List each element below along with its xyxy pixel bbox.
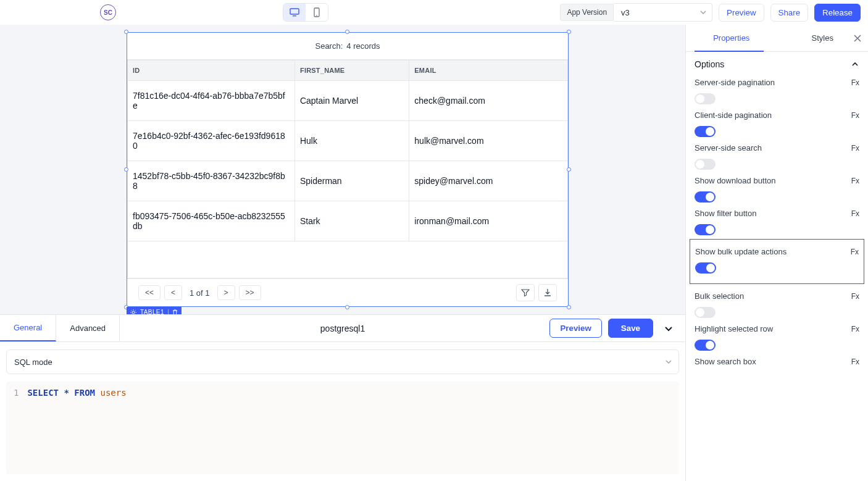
toggle-show-filter[interactable]	[695, 224, 716, 235]
toggle-server-search[interactable]	[695, 159, 716, 170]
tab-general[interactable]: General	[0, 315, 56, 341]
release-button[interactable]: Release	[814, 4, 861, 22]
prop-show-search: Show search box Fx	[686, 352, 868, 367]
table-empty-row	[128, 241, 568, 278]
toggle-bulk-selection[interactable]	[695, 307, 716, 318]
toggle-client-pagination[interactable]	[695, 126, 716, 137]
page-next-button[interactable]: >	[217, 285, 235, 300]
prop-show-filter: Show filter button Fx	[686, 204, 868, 236]
data-table: ID FIRST_NAME EMAIL 7f81c16e-dc04-4f64-a…	[127, 60, 568, 278]
prop-server-pagination: Server-side pagination Fx	[686, 73, 868, 106]
cell-id: fb093475-7506-465c-b50e-acb8232555db	[128, 201, 295, 241]
page-prev-button[interactable]: <	[164, 285, 182, 300]
preview-button[interactable]: Preview	[719, 4, 764, 22]
cell-first-name: Stark	[294, 201, 409, 241]
prop-show-bulk-update: Show bulk update actions Fx	[695, 242, 859, 275]
fx-button[interactable]: Fx	[851, 111, 859, 120]
toggle-highlight-row[interactable]	[695, 340, 716, 351]
record-count: 4 records	[346, 41, 380, 51]
table-widget-wrapper: Search: 4 records ID FIRST_NAME EMAIL	[127, 32, 569, 307]
chevron-up-icon	[851, 60, 859, 69]
prop-label: Highlight selected row	[695, 324, 773, 333]
prop-label: Client-side pagination	[695, 111, 772, 120]
resize-handle[interactable]	[345, 305, 349, 309]
fx-button[interactable]: Fx	[851, 292, 859, 301]
table-widget[interactable]: Search: 4 records ID FIRST_NAME EMAIL	[127, 32, 569, 307]
version-value: v3	[621, 8, 630, 17]
resize-handle[interactable]	[124, 30, 128, 34]
page-last-button[interactable]: >>	[239, 285, 261, 300]
table-row[interactable]: fb093475-7506-465c-b50e-acb8232555db Sta…	[128, 201, 568, 241]
sql-mode-select[interactable]: SQL mode	[6, 349, 679, 374]
resize-handle[interactable]	[124, 167, 128, 172]
query-preview-button[interactable]: Preview	[549, 319, 601, 338]
tab-properties[interactable]: Properties	[686, 33, 777, 43]
prop-server-search: Server-side search Fx	[686, 138, 868, 171]
mode-value: SQL mode	[14, 358, 52, 367]
cell-email: spidey@marvel.com	[409, 161, 568, 201]
sql-identifier: users	[100, 388, 126, 398]
prop-label: Show bulk update actions	[695, 247, 787, 256]
fx-button[interactable]: Fx	[851, 78, 859, 87]
prop-label: Server-side pagination	[695, 78, 775, 87]
table-row[interactable]: 7e16b4c0-92bf-4362-afec-6e193fd96180 Hul…	[128, 121, 568, 161]
prop-client-pagination: Client-side pagination Fx	[686, 106, 868, 138]
resize-handle[interactable]	[345, 30, 349, 34]
close-inspector-button[interactable]	[853, 34, 862, 43]
query-tabs: General Advanced postgresql1 Preview Sav…	[0, 315, 685, 342]
cell-email: check@gmail.com	[409, 81, 568, 121]
collapse-button[interactable]	[659, 320, 678, 337]
toggle-show-bulk-update[interactable]	[695, 262, 716, 274]
chevron-down-icon	[663, 323, 674, 334]
query-save-button[interactable]: Save	[608, 319, 653, 338]
line-number: 1	[14, 388, 19, 468]
sql-keyword: SELECT	[27, 388, 59, 398]
prop-label: Server-side search	[695, 143, 762, 153]
fx-button[interactable]: Fx	[851, 248, 859, 256]
table-header-row: ID FIRST_NAME EMAIL	[128, 61, 568, 81]
query-panel: General Advanced postgresql1 Preview Sav…	[0, 314, 685, 481]
fx-button[interactable]: Fx	[851, 177, 859, 185]
highlighted-property: Show bulk update actions Fx	[690, 239, 864, 284]
toggle-server-pagination[interactable]	[695, 93, 716, 104]
svg-rect-1	[293, 15, 296, 16]
fx-button[interactable]: Fx	[851, 144, 859, 153]
desktop-view-button[interactable]	[283, 4, 306, 21]
svg-point-3	[316, 15, 317, 16]
resize-handle[interactable]	[567, 30, 571, 34]
fx-button[interactable]: Fx	[851, 325, 859, 333]
share-button[interactable]: Share	[770, 4, 809, 22]
prop-label: Show download button	[695, 176, 776, 185]
inspector-body[interactable]: Options Server-side pagination Fx Client…	[686, 52, 868, 481]
fx-button[interactable]: Fx	[851, 209, 859, 218]
table-row[interactable]: 1452bf78-c5bb-45f0-8367-34232bc9f8b8 Spi…	[128, 161, 568, 201]
canvas[interactable]: Search: 4 records ID FIRST_NAME EMAIL	[0, 25, 685, 481]
fx-button[interactable]: Fx	[851, 358, 859, 366]
version-select[interactable]: v3	[614, 3, 712, 22]
sql-editor[interactable]: 1 SELECT * FROM users	[6, 382, 679, 474]
table-row[interactable]: 7f81c16e-dc04-4f64-ab76-bbba7e7b5bfe Cap…	[128, 81, 568, 121]
query-title: postgresql1	[320, 324, 365, 333]
inspector-panel: Properties Styles Options Se	[685, 25, 868, 481]
inspector-tabs: Properties Styles	[686, 25, 868, 52]
top-bar: SC App Version v3 Preview Share Release	[0, 0, 868, 25]
section-options[interactable]: Options	[686, 56, 868, 73]
resize-handle[interactable]	[567, 305, 571, 309]
mobile-view-button[interactable]	[306, 4, 328, 21]
toggle-show-download[interactable]	[695, 191, 716, 203]
chevron-down-icon	[699, 9, 707, 16]
page-first-button[interactable]: <<	[138, 285, 161, 300]
column-header-email[interactable]: EMAIL	[409, 61, 568, 81]
column-header-first-name[interactable]: FIRST_NAME	[294, 61, 409, 81]
avatar[interactable]: SC	[100, 4, 116, 20]
close-icon	[853, 34, 862, 43]
resize-handle[interactable]	[567, 167, 571, 172]
column-header-id[interactable]: ID	[128, 61, 295, 81]
prop-bulk-selection: Bulk selection Fx	[686, 287, 868, 319]
download-button[interactable]	[538, 284, 557, 301]
prop-label: Bulk selection	[695, 291, 744, 301]
table-search-bar: Search: 4 records	[127, 33, 568, 60]
tab-advanced[interactable]: Advanced	[56, 315, 120, 341]
filter-button[interactable]	[516, 284, 535, 301]
search-label: Search:	[315, 41, 343, 51]
